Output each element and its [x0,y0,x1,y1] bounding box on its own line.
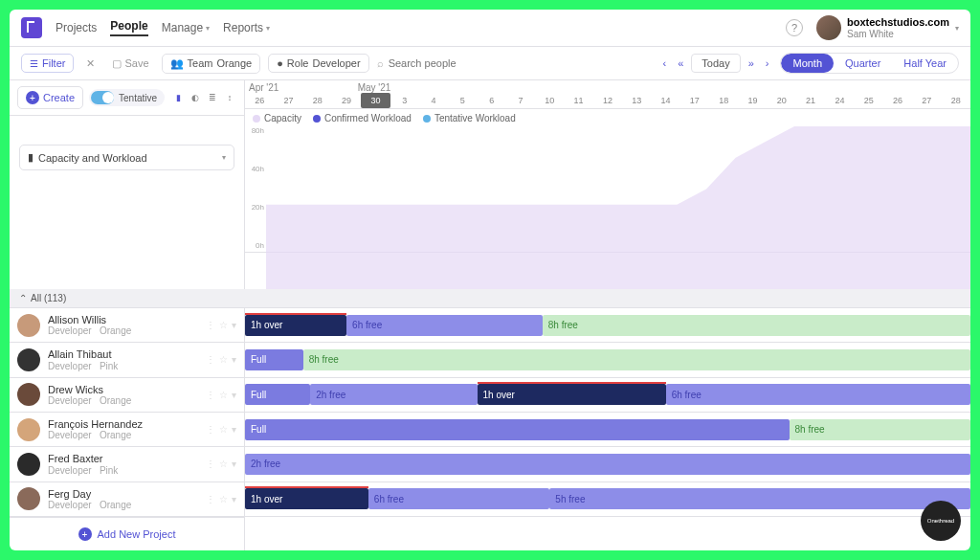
allocation-segment[interactable]: 2h free [245,454,970,475]
star-icon[interactable]: ☆ [219,459,228,469]
day-cell[interactable]: 28 [942,93,970,108]
day-cell[interactable]: 28 [303,93,332,108]
today-button[interactable]: Today [691,54,740,73]
chevron-down-icon[interactable]: ▾ [232,390,236,400]
day-cell[interactable]: 14 [651,93,679,108]
clear-icon[interactable]: ✕ [81,57,100,70]
filter-button[interactable]: ☰Filter [21,54,74,73]
nav-manage[interactable]: Manage ▾ [162,21,210,34]
person-name: Allain Thibaut [48,348,198,360]
help-icon[interactable]: ? [786,19,803,36]
person-row: Allain Thibaut Developer Pink ⋮☆▾Full8h … [10,343,970,377]
star-icon[interactable]: ☆ [219,390,228,400]
allocation-segment[interactable]: 5h free [549,488,970,509]
allocation-segment[interactable]: 6h free [346,315,543,336]
star-icon[interactable]: ☆ [219,494,228,504]
more-icon[interactable]: ⋮ [206,390,215,400]
allocation-segment[interactable]: 1h over [245,488,368,509]
day-cell[interactable]: 29 [332,93,361,108]
allocation-segment[interactable]: 8h free [543,315,970,336]
day-cell[interactable]: 21 [796,93,825,108]
period-toggle[interactable]: Month Quarter Half Year [780,53,959,74]
view-month[interactable]: Month [781,54,834,73]
app-logo[interactable] [21,17,42,38]
allocation-segment[interactable]: Full [245,349,303,370]
star-icon[interactable]: ☆ [219,354,228,365]
create-button[interactable]: +Create [17,86,83,109]
grid-header[interactable]: ⌃ All (113) [10,289,970,308]
collapse-icon[interactable]: ⌃ [19,293,27,303]
more-icon[interactable]: ⋮ [206,424,215,435]
day-cell[interactable]: 24 [825,93,854,108]
person-row: François Hernandez Developer Orange ⋮☆▾F… [10,413,970,447]
day-row: 2627282930345671011121314171819202124252… [245,93,970,108]
chevron-down-icon[interactable]: ▾ [232,494,236,504]
view-quarter[interactable]: Quarter [834,54,892,73]
allocation-segment[interactable]: 1h over [245,315,346,336]
day-cell[interactable]: 17 [680,93,709,108]
chevron-down-icon[interactable]: ▾ [232,320,236,330]
person-timeline[interactable]: 2h free [245,447,970,481]
allocation-segment[interactable]: 6h free [368,488,550,509]
day-cell[interactable]: 19 [738,93,767,108]
team-filter[interactable]: 👥Team Orange [162,54,261,74]
day-cell[interactable]: 26 [883,93,912,108]
day-cell[interactable]: 27 [274,93,302,108]
star-icon[interactable]: ☆ [219,424,228,435]
more-icon[interactable]: ⋮ [206,354,215,365]
day-cell[interactable]: 20 [768,93,796,108]
day-cell[interactable]: 10 [535,93,564,108]
tentative-toggle[interactable]: Tentative [89,89,165,106]
day-cell[interactable]: 30 [361,93,390,108]
day-cell[interactable]: 18 [709,93,738,108]
allocation-segment[interactable]: 2h free [310,384,477,405]
person-timeline[interactable]: Full2h free1h over6h free [245,378,970,412]
metric-select[interactable]: ▮Capacity and Workload ▾ [19,145,234,170]
prev-page-icon[interactable]: ‹ [659,56,671,71]
user-menu[interactable]: boxtechstudios.com Sam White ▾ [816,15,959,40]
chevron-down-icon[interactable]: ▾ [232,424,236,435]
day-cell[interactable]: 27 [912,93,941,108]
chart-view-icon[interactable]: ▮ [170,90,186,105]
day-cell[interactable]: 7 [506,93,535,108]
chevron-down-icon[interactable]: ▾ [232,459,236,469]
star-icon[interactable]: ☆ [219,320,228,330]
nav-reports[interactable]: Reports ▾ [223,21,270,34]
next-fast-icon[interactable]: » [745,56,758,71]
save-button[interactable]: ▢ Save [107,57,153,70]
person-timeline[interactable]: Full8h free [245,343,970,376]
day-cell[interactable]: 12 [593,93,622,108]
allocation-segment[interactable]: 8h free [790,419,971,440]
allocation-segment[interactable]: 1h over [478,384,666,405]
day-cell[interactable]: 26 [245,93,274,108]
more-icon[interactable]: ⋮ [206,459,215,469]
day-cell[interactable]: 5 [448,93,477,108]
day-cell[interactable]: 11 [564,93,592,108]
person-timeline[interactable]: Full8h free [245,413,970,446]
more-icon[interactable]: ⋮ [206,320,215,330]
nav-projects[interactable]: Projects [56,21,97,34]
next-page-icon[interactable]: › [762,56,773,71]
pill-view-icon[interactable]: ◐ [188,90,203,105]
allocation-segment[interactable]: 6h free [666,384,970,405]
list-view-icon[interactable]: ≣ [205,90,220,105]
sort-icon[interactable]: ↕ [222,90,237,105]
allocation-segment[interactable]: Full [245,419,790,440]
allocation-segment[interactable]: 8h free [303,349,970,370]
allocation-segment[interactable]: Full [245,384,310,405]
person-timeline[interactable]: 1h over6h free8h free [245,308,970,342]
view-halfyear[interactable]: Half Year [892,54,958,73]
chevron-down-icon[interactable]: ▾ [232,354,236,365]
more-icon[interactable]: ⋮ [206,494,215,504]
day-cell[interactable]: 6 [478,93,506,108]
role-filter[interactable]: ●Role Developer [268,54,368,73]
search-input[interactable] [389,57,503,69]
day-cell[interactable]: 13 [622,93,651,108]
day-cell[interactable]: 25 [855,93,883,108]
day-cell[interactable]: 3 [390,93,419,108]
person-timeline[interactable]: 1h over6h free5h free [245,482,970,516]
prev-fast-icon[interactable]: « [674,56,687,71]
add-project-button[interactable]: + Add New Project [10,517,245,550]
nav-people[interactable]: People [110,19,147,36]
day-cell[interactable]: 4 [419,93,448,108]
